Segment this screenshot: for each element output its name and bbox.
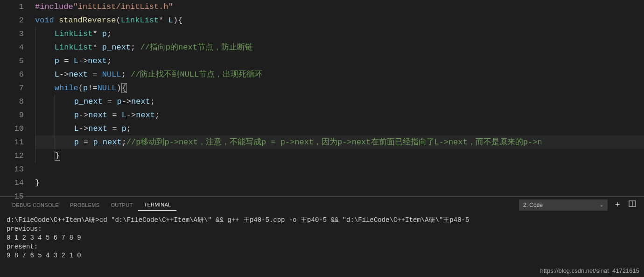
code-line[interactable]: } — [35, 176, 644, 190]
line-number: 11 — [0, 135, 24, 149]
terminal-selector[interactable]: 2: Code ⌄ — [519, 199, 608, 211]
new-terminal-icon[interactable]: + — [612, 200, 623, 210]
watermark: https://blog.csdn.net/sinat_41721615 — [540, 267, 640, 274]
code-line[interactable]: LinkList* p_next; //指向p的next节点，防止断链 — [35, 41, 644, 54]
tab-terminal[interactable]: TERMINAL — [138, 199, 176, 211]
line-number: 5 — [0, 54, 24, 68]
split-terminal-icon[interactable] — [627, 200, 637, 210]
code-line[interactable]: p = L->next; — [35, 54, 644, 68]
bottom-panel: DEBUG CONSOLE PROBLEMS OUTPUT TERMINAL 2… — [0, 196, 644, 277]
code-line[interactable]: LinkList* p; — [35, 27, 644, 41]
line-number: 9 — [0, 108, 24, 122]
panel-actions: 2: Code ⌄ + — [519, 199, 637, 211]
line-number: 6 — [0, 68, 24, 81]
code-line[interactable]: L->next = p; — [35, 122, 644, 135]
code-line[interactable]: #include"initList/initList.h" — [35, 0, 644, 14]
code-line[interactable]: p_next = p->next; — [35, 95, 644, 108]
line-number: 10 — [0, 122, 24, 135]
code-line[interactable] — [35, 190, 644, 196]
line-number: 14 — [0, 176, 24, 190]
code-line[interactable]: } — [35, 149, 644, 163]
code-line[interactable]: p = p_next;//p移动到p->next，注意，不能写成p = p->n… — [35, 135, 644, 149]
code-line[interactable]: void standReverse(LinkList* L){ — [35, 14, 644, 27]
editor-area: 123456789101112131415 #include"initList/… — [0, 0, 644, 196]
tab-problems[interactable]: PROBLEMS — [64, 199, 105, 211]
code-line[interactable] — [35, 163, 644, 176]
code-content[interactable]: #include"initList/initList.h"void standR… — [35, 0, 644, 196]
line-number: 2 — [0, 14, 24, 27]
line-number: 8 — [0, 95, 24, 108]
line-number: 13 — [0, 163, 24, 176]
line-number: 4 — [0, 41, 24, 54]
code-line[interactable]: p->next = L->next; — [35, 108, 644, 122]
chevron-down-icon: ⌄ — [600, 202, 603, 207]
line-number-gutter: 123456789101112131415 — [0, 0, 35, 196]
code-line[interactable]: while(p!=NULL){ — [35, 81, 644, 95]
tab-output[interactable]: OUTPUT — [105, 199, 138, 211]
tab-debug-console[interactable]: DEBUG CONSOLE — [7, 199, 64, 211]
terminal-selector-label: 2: Code — [523, 202, 543, 208]
line-number: 3 — [0, 27, 24, 41]
line-number: 7 — [0, 81, 24, 95]
line-number: 1 — [0, 0, 24, 14]
line-number: 12 — [0, 149, 24, 163]
panel-tabs: DEBUG CONSOLE PROBLEMS OUTPUT TERMINAL 2… — [0, 197, 644, 213]
code-line[interactable]: L->next = NULL; //防止找不到NULL节点，出现死循环 — [35, 68, 644, 81]
